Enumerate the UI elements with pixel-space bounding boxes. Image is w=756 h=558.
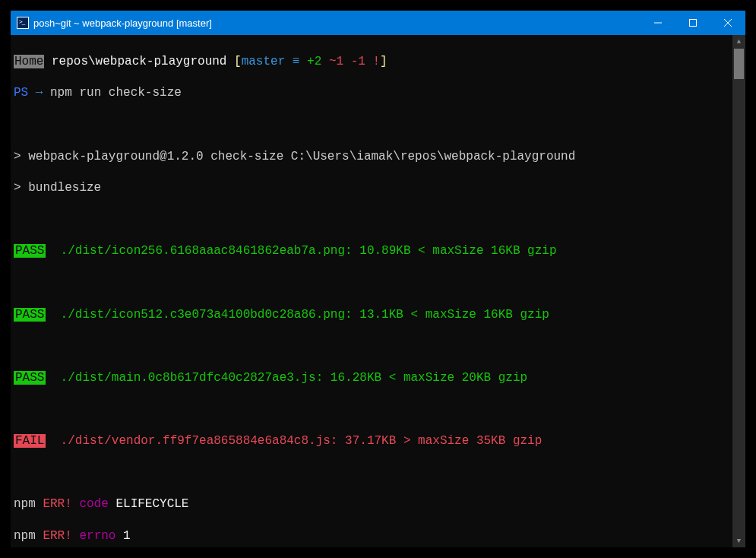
blank-line [14, 212, 744, 228]
titlebar[interactable]: posh~git ~ webpack-playground [master] [11, 11, 745, 35]
minimize-button[interactable] [641, 11, 675, 35]
blank-line [14, 338, 744, 354]
scrollbar[interactable]: ▲ ▼ [732, 35, 745, 547]
command-line: PS → npm run check-size [14, 85, 744, 101]
bundlesize-result-line: PASS ./dist/main.0c8b617dfc40c2827ae3.js… [14, 370, 744, 386]
prompt-line: Home repos\webpack-playground [master ≡ … [14, 54, 744, 70]
close-button[interactable] [710, 11, 745, 35]
pass-badge: PASS [14, 308, 46, 322]
fail-badge: FAIL [14, 434, 46, 448]
npm-header-line: > webpack-playground@1.2.0 check-size C:… [14, 149, 744, 165]
blank-line [14, 401, 744, 417]
blank-line [14, 117, 744, 133]
npm-error-line: npm ERR! code ELIFECYCLE [14, 496, 744, 512]
bundlesize-result-line: PASS ./dist/icon256.6168aaac8461862eab7a… [14, 243, 744, 259]
scroll-up-icon[interactable]: ▲ [732, 35, 745, 48]
pass-badge: PASS [14, 371, 46, 385]
scroll-down-icon[interactable]: ▼ [732, 534, 745, 547]
window-controls [641, 11, 745, 35]
terminal-output[interactable]: Home repos\webpack-playground [master ≡ … [11, 35, 745, 547]
blank-line [14, 275, 744, 291]
scrollbar-thumb[interactable] [734, 49, 744, 79]
bundlesize-result-line: FAIL ./dist/vendor.ff9f7ea865884e6a84c8.… [14, 433, 744, 449]
powershell-icon [17, 17, 29, 29]
bundlesize-result-line: PASS ./dist/icon512.c3e073a4100bd0c28a86… [14, 307, 744, 323]
powershell-window: posh~git ~ webpack-playground [master] H… [0, 0, 756, 558]
window-title: posh~git ~ webpack-playground [master] [33, 17, 641, 29]
npm-header-line: > bundlesize [14, 180, 744, 196]
npm-error-line: npm ERR! errno 1 [14, 528, 744, 544]
svg-rect-1 [690, 20, 697, 27]
home-label: Home [14, 55, 44, 68]
maximize-button[interactable] [675, 11, 710, 35]
blank-line [14, 465, 744, 481]
pass-badge: PASS [14, 244, 46, 258]
